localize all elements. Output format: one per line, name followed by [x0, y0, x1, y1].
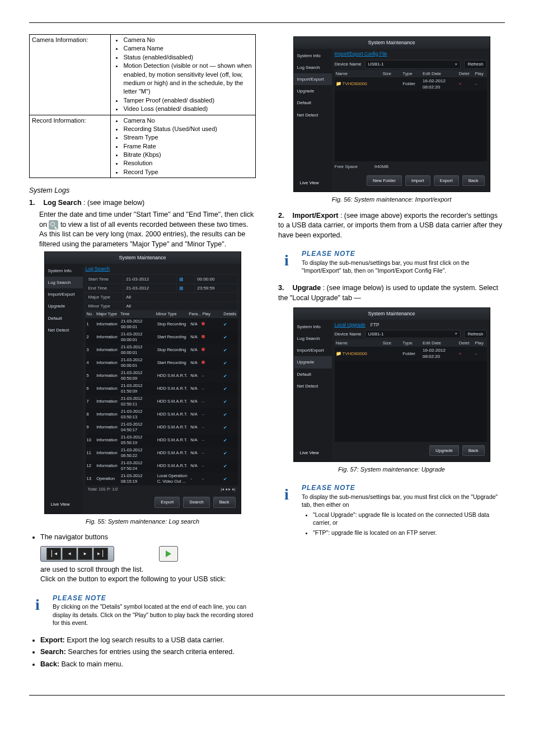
sidebar-item[interactable]: Net Detect: [294, 109, 332, 121]
note-bullet: "FTP": upgrade file is located on an FTP…: [313, 529, 505, 536]
table-row[interactable]: 13Operation21-03-2012 08:15:19Local Oper…: [86, 473, 238, 486]
step-2: 2. Import/Export : (see image above) exp…: [278, 211, 505, 241]
sidebar-item[interactable]: System Info: [294, 50, 332, 62]
import-button[interactable]: Import: [405, 175, 430, 186]
navigator-icon: |◂◂▸▸|: [40, 546, 114, 562]
sidebar-item[interactable]: Log Search: [294, 62, 332, 73]
list-item: Stream Type: [123, 133, 253, 142]
live-view-button[interactable]: Live View: [300, 180, 319, 186]
list-item: Camera Name: [123, 44, 253, 53]
upgrade-screenshot: System Maintenance System Info Log Searc…: [293, 307, 490, 462]
device-select[interactable]: USB1-1▾: [365, 330, 461, 338]
fig-57-caption: Fig. 57: System maintenance: Upgrade: [278, 465, 505, 474]
note-body: To display the sub-menus/settings bar, y…: [302, 493, 505, 508]
log-search-screenshot: System Maintenance System Info Log Searc…: [44, 251, 241, 514]
table-row[interactable]: 📁 TVHD80000 Folder 16-02-2012 08:02:20 ×…: [335, 347, 487, 360]
list-item: Camera No: [123, 36, 253, 44]
note-bullet: "Local Upgrade": upgrade file is located…: [313, 511, 505, 526]
search-icon: [49, 220, 58, 230]
device-select[interactable]: USB1-1▾: [365, 60, 461, 68]
table-row[interactable]: 1Information21-03-2012 00:00:01Stop Reco…: [86, 318, 238, 331]
table-row[interactable]: 4Information21-03-2012 00:00:01Start Rec…: [86, 357, 238, 370]
table-row[interactable]: 📁 TVHD80000 Folder 16-02-2012 08:02:20 ×…: [335, 77, 487, 91]
sidebar-item[interactable]: Net Detect: [45, 324, 83, 336]
search-bullet: Search: Searches for entries using the s…: [40, 647, 256, 657]
sidebar-item[interactable]: Default: [45, 312, 83, 324]
note-body: By clicking on the "Details" symbol loca…: [53, 603, 256, 627]
back-button[interactable]: Back: [462, 175, 485, 186]
table-row[interactable]: 3Information21-03-2012 00:00:01Stop Reco…: [86, 344, 238, 357]
info-icon: i: [29, 594, 46, 627]
delete-icon[interactable]: ×: [459, 81, 474, 87]
list-item: Tamper Proof (enabled/ disabled): [123, 96, 253, 105]
note-heading: PLEASE NOTE: [302, 483, 505, 493]
list-item: Resolution: [123, 159, 253, 167]
table-row[interactable]: 12Information21-03-2012 07:50:24HDD S.M.…: [86, 460, 238, 473]
note-heading: PLEASE NOTE: [53, 594, 256, 603]
list-item: Motion Detection (visible or not — shown…: [123, 62, 253, 96]
info-icon: i: [278, 249, 295, 274]
note-body: To display the sub-menus/settings bar, y…: [302, 259, 505, 274]
sidebar-item[interactable]: System Info: [294, 321, 332, 333]
back-bullet: Back: Back to main menu.: [40, 660, 256, 670]
upgrade-button[interactable]: Upgrade: [429, 445, 459, 456]
sidebar-item[interactable]: Default: [294, 97, 332, 109]
table-row[interactable]: 7Information21-03-2012 02:50:11HDD S.M.A…: [86, 395, 238, 408]
table-row[interactable]: 9Information21-03-2012 04:50:17HDD S.M.A…: [86, 421, 238, 434]
table-row[interactable]: 11Information21-03-2012 06:50:22HDD S.M.…: [86, 447, 238, 460]
table-row[interactable]: 8Information21-03-2012 03:50:13HDD S.M.A…: [86, 408, 238, 421]
table-row[interactable]: 2Information21-03-2012 00:00:01Start Rec…: [86, 331, 238, 344]
subtab-log-search[interactable]: Log Search: [86, 266, 238, 274]
sidebar-item[interactable]: Net Detect: [294, 380, 332, 392]
nav-buttons-bullet: The navigator buttons |◂◂▸▸| are used to…: [40, 533, 256, 585]
list-item: Status (enabled/disabled): [123, 53, 253, 62]
sidebar-item-log-search[interactable]: Log Search: [45, 277, 83, 288]
info-icon: i: [278, 483, 295, 540]
table-row[interactable]: 10Information21-03-2012 05:50:19HDD S.M.…: [86, 434, 238, 447]
sidebar-item[interactable]: System Info: [45, 265, 83, 277]
live-view-button[interactable]: Live View: [51, 501, 70, 507]
sidebar-item[interactable]: Import/Export: [294, 344, 332, 356]
window-title: System Maintenance: [294, 308, 490, 320]
fig-55-caption: Fig. 55: System maintenance: Log search: [29, 517, 256, 526]
table-row[interactable]: 5Information21-03-2012 00:50:09HDD S.M.A…: [86, 370, 238, 382]
fig-56-caption: Fig. 56: System maintenance: Import/expo…: [278, 195, 505, 204]
export-button[interactable]: Export: [154, 497, 180, 507]
tab-ftp[interactable]: FTP: [371, 322, 380, 328]
list-item: Recording Status (Used/Not used): [123, 125, 253, 133]
system-logs-heading: System Logs: [29, 186, 256, 196]
list-item: Frame Rate: [123, 142, 253, 151]
sidebar-item[interactable]: Default: [294, 368, 332, 380]
import-export-screenshot: System Maintenance System Info Log Searc…: [293, 36, 490, 192]
export-button[interactable]: Export: [434, 175, 459, 186]
sidebar-item-import-export[interactable]: Import/Export: [294, 73, 332, 85]
window-title: System Maintenance: [45, 252, 241, 264]
system-info-table: Camera Information: Camera No Camera Nam…: [29, 34, 256, 178]
refresh-button[interactable]: Refresh: [464, 330, 486, 338]
step-1-body: Enter the date and time under "Start Tim…: [39, 210, 256, 249]
sidebar-item[interactable]: Import/Export: [45, 288, 83, 300]
camera-info-label: Camera Information:: [30, 35, 111, 115]
sidebar-item[interactable]: Upgrade: [45, 300, 83, 312]
export-arrow-icon: [159, 546, 178, 562]
subtab-import-export[interactable]: Import/Export Config File: [335, 51, 487, 59]
back-button[interactable]: Back: [462, 445, 485, 456]
step-3: 3. Upgrade : (see image below) is used t…: [278, 283, 505, 303]
sidebar-item-upgrade[interactable]: Upgrade: [294, 356, 332, 368]
export-bullet: Export: Export the log search results to…: [40, 636, 256, 646]
record-info-label: Record Information:: [30, 115, 111, 178]
list-item: Record Type: [123, 168, 253, 176]
camera-info-list: Camera No Camera Name Status (enabled/di…: [113, 36, 253, 114]
delete-icon[interactable]: ×: [459, 351, 474, 357]
sidebar-item[interactable]: Log Search: [294, 333, 332, 344]
sidebar-item[interactable]: Upgrade: [294, 85, 332, 97]
refresh-button[interactable]: Refresh: [464, 60, 486, 68]
list-item: Camera No: [123, 116, 253, 125]
step-1: 1. Log Search : (see image below): [29, 198, 256, 208]
search-button[interactable]: Search: [183, 497, 209, 507]
note-heading: PLEASE NOTE: [302, 249, 505, 259]
new-folder-button[interactable]: New Folder: [367, 175, 402, 186]
live-view-button[interactable]: Live View: [300, 450, 319, 456]
back-button[interactable]: Back: [213, 497, 236, 507]
table-row[interactable]: 6Information21-03-2012 01:50:09HDD S.M.A…: [86, 382, 238, 395]
